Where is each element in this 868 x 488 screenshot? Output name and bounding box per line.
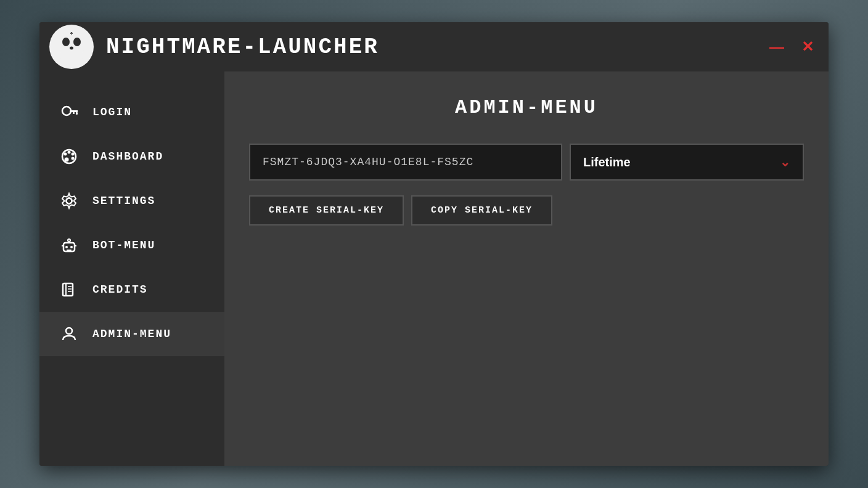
svg-rect-26 xyxy=(67,250,72,251)
dropdown-selected-label: Lifetime xyxy=(583,155,631,169)
chevron-down-icon: ⌄ xyxy=(780,155,790,169)
window-controls: — ✕ xyxy=(764,37,819,57)
title-bar: NIGHTMARE-LAUNCHER — ✕ xyxy=(39,22,829,71)
sidebar-item-admin-menu[interactable]: ADMIN-MENU xyxy=(39,312,224,356)
book-icon xyxy=(58,279,80,301)
svg-rect-12 xyxy=(70,110,78,112)
copy-serial-key-button[interactable]: COPY SERIAL-KEY xyxy=(411,195,552,226)
sidebar-item-credits[interactable]: CREDITS xyxy=(39,267,224,312)
sidebar-login-label: LOGIN xyxy=(92,106,132,118)
skull-icon xyxy=(53,28,90,65)
svg-point-18 xyxy=(72,153,75,156)
svg-rect-31 xyxy=(63,283,73,296)
sidebar: LOGIN DASHBOARD xyxy=(39,71,224,466)
main-content: LOGIN DASHBOARD xyxy=(39,71,829,466)
serial-key-input[interactable] xyxy=(249,144,562,181)
svg-point-25 xyxy=(70,246,73,248)
sidebar-dashboard-label: DASHBOARD xyxy=(92,150,163,163)
sidebar-item-login[interactable]: LOGIN xyxy=(39,90,224,134)
svg-point-1 xyxy=(62,38,70,46)
button-row: CREATE SERIAL-KEY COPY SERIAL-KEY xyxy=(249,195,804,226)
svg-rect-13 xyxy=(76,112,78,115)
sidebar-bot-menu-label: BOT-MENU xyxy=(92,239,155,251)
svg-point-22 xyxy=(67,198,72,204)
svg-point-3 xyxy=(70,47,73,50)
bot-icon xyxy=(58,234,80,256)
sidebar-item-bot-menu[interactable]: BOT-MENU xyxy=(39,223,224,267)
content-panel: ADMIN-MENU Lifetime ⌄ CREATE SERIAL-KEY … xyxy=(224,71,829,466)
serial-key-row: Lifetime ⌄ xyxy=(249,144,804,181)
app-logo xyxy=(49,25,94,69)
minimize-button[interactable]: — xyxy=(764,37,789,57)
dashboard-icon xyxy=(58,145,80,168)
svg-rect-14 xyxy=(73,112,75,114)
sidebar-item-settings[interactable]: SETTINGS xyxy=(39,179,224,223)
svg-point-20 xyxy=(65,158,69,162)
svg-point-2 xyxy=(73,38,81,46)
svg-point-16 xyxy=(64,153,67,156)
app-window: NIGHTMARE-LAUNCHER — ✕ LOGIN xyxy=(39,22,829,466)
panel-title: ADMIN-MENU xyxy=(249,96,804,119)
sidebar-item-dashboard[interactable]: DASHBOARD xyxy=(39,134,224,179)
svg-point-28 xyxy=(68,239,70,242)
close-button[interactable]: ✕ xyxy=(796,37,819,57)
sidebar-settings-label: SETTINGS xyxy=(92,195,155,207)
svg-point-11 xyxy=(62,107,71,115)
gear-icon xyxy=(58,190,80,212)
key-icon xyxy=(58,101,80,123)
svg-point-24 xyxy=(65,246,68,248)
sidebar-admin-menu-label: ADMIN-MENU xyxy=(92,328,171,340)
create-serial-key-button[interactable]: CREATE SERIAL-KEY xyxy=(249,195,404,226)
svg-point-17 xyxy=(68,151,71,154)
lifetime-dropdown[interactable]: Lifetime ⌄ xyxy=(570,144,804,181)
user-icon xyxy=(58,323,80,345)
svg-point-36 xyxy=(66,328,72,334)
svg-point-19 xyxy=(72,157,75,160)
sidebar-credits-label: CREDITS xyxy=(92,283,148,296)
app-title: NIGHTMARE-LAUNCHER xyxy=(106,35,379,60)
